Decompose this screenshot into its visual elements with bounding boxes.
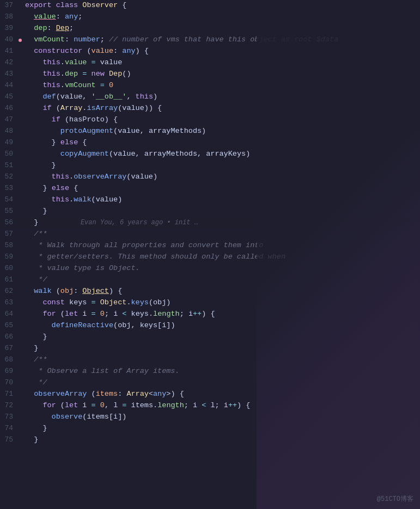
watermark: @51CTO博客 xyxy=(377,494,413,505)
line-number: 63 xyxy=(0,297,19,308)
line-number: 69 xyxy=(0,366,19,377)
line-number: 72 xyxy=(0,400,19,411)
line-number: 74 xyxy=(0,423,19,434)
line-number: 51 xyxy=(0,160,19,171)
line-number: 53 xyxy=(0,183,19,194)
line-number: 37 xyxy=(0,0,19,11)
line-number: 57 xyxy=(0,229,19,240)
line-number: 39 xyxy=(0,23,19,34)
line-number: 66 xyxy=(0,332,19,342)
line-number: 56 xyxy=(0,217,19,228)
background-overlay xyxy=(257,0,420,509)
line-number: 55 xyxy=(0,206,19,217)
line-number: 52 xyxy=(0,171,19,182)
line-number: 47 xyxy=(0,114,19,125)
line-number: 43 xyxy=(0,69,19,79)
line-number: 44 xyxy=(0,80,19,91)
line-number: 48 xyxy=(0,126,19,137)
line-number: 41 xyxy=(0,46,19,57)
line-number: 45 xyxy=(0,91,19,102)
line-number: 40 xyxy=(0,34,19,45)
line-number: 71 xyxy=(0,389,19,400)
line-number: 58 xyxy=(0,240,19,251)
line-number: 67 xyxy=(0,343,19,354)
line-number: 46 xyxy=(0,103,19,114)
line-number: 54 xyxy=(0,194,19,205)
line-number: 61 xyxy=(0,274,19,285)
line-number: 38 xyxy=(0,11,19,22)
line-number: 64 xyxy=(0,309,19,320)
line-number: 75 xyxy=(0,434,19,445)
line-number: 65 xyxy=(0,320,19,331)
line-number: 42 xyxy=(0,57,19,68)
line-number: 70 xyxy=(0,377,19,388)
code-editor: 37 export class Observer { 38 value: any… xyxy=(0,0,420,509)
line-number: 73 xyxy=(0,412,19,422)
line-number: 68 xyxy=(0,354,19,365)
line-number: 49 xyxy=(0,137,19,148)
git-blame: Evan You, 6 years ago • init … xyxy=(38,219,198,226)
line-number: 50 xyxy=(0,149,19,160)
line-number: 60 xyxy=(0,263,19,274)
line-number: 62 xyxy=(0,286,19,297)
line-number: 59 xyxy=(0,252,19,262)
